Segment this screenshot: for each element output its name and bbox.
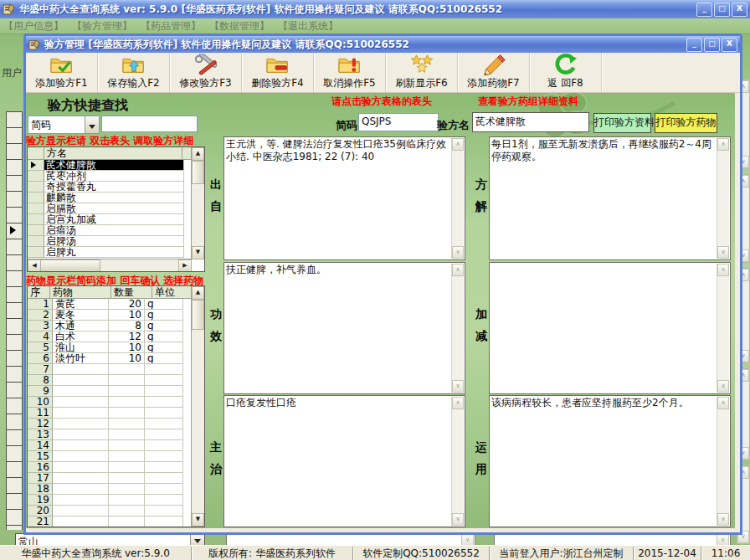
scroll-down-icon[interactable]: ∨ <box>452 513 464 526</box>
print-recipe-info-button[interactable]: 打印验方资料 <box>593 113 651 133</box>
cell-drug-name[interactable] <box>53 429 109 440</box>
cell-drug-name[interactable] <box>53 408 109 419</box>
delete-recipe-button[interactable]: 删除验方F4 <box>242 53 313 92</box>
cell-drug-name[interactable]: 黄芪 <box>53 299 109 310</box>
cell-unit[interactable] <box>145 506 183 516</box>
cell-unit[interactable]: g <box>145 331 183 342</box>
cell-unit[interactable] <box>145 375 183 386</box>
table-row[interactable]: 9 <box>28 386 204 397</box>
row-selector[interactable] <box>28 160 44 171</box>
cell-no[interactable]: 21 <box>28 516 53 527</box>
panel-gongxiao[interactable]: 扶正健脾，补气养血。 ∧ ∨ <box>223 262 465 394</box>
menu-item-3[interactable]: 【数据管理】 <box>206 19 273 33</box>
search-input[interactable] <box>101 116 198 132</box>
panel-jiajian[interactable]: ∧ ∨ <box>489 262 731 394</box>
search-type-combobox[interactable]: 简码 <box>28 116 100 134</box>
panel-chuzi[interactable]: 王元洪，等. 健脾法治疗复发性口疮35例临床疗效小结. 中医杂志1981; 22… <box>223 136 465 260</box>
list-item[interactable]: 麒麟散 <box>28 193 204 203</box>
cell-drug-name[interactable] <box>53 506 109 516</box>
recipe-name[interactable]: 芪术健脾散 <box>44 160 184 171</box>
cell-unit[interactable] <box>145 516 183 527</box>
table-row[interactable]: 12 <box>28 419 204 429</box>
row-selector[interactable] <box>28 182 44 193</box>
scroll-up-icon[interactable]: ∧ <box>452 138 464 151</box>
print-recipe-drugs-button[interactable]: 打印验方药物 <box>655 113 717 133</box>
list-item[interactable]: 启宫丸加减 <box>28 214 204 225</box>
close-button[interactable]: X <box>722 38 737 52</box>
textarea-scrollbar[interactable]: ∧ ∨ <box>717 138 729 259</box>
drug-table-vscrollbar[interactable]: ▲ ▼ <box>191 286 204 527</box>
cell-qty[interactable] <box>109 408 145 419</box>
cell-qty[interactable]: 20 <box>109 299 145 310</box>
minimize-button[interactable]: _ <box>686 38 702 52</box>
cell-drug-name[interactable] <box>53 473 109 484</box>
recipe-name[interactable]: 启脾汤 <box>44 236 184 247</box>
add-drug-button[interactable]: 添加药物F7 <box>458 53 529 92</box>
list-item[interactable]: 芪枣冲剂 <box>28 171 204 182</box>
cell-unit[interactable]: g <box>145 321 183 331</box>
scroll-down-icon[interactable]: ∨ <box>452 380 464 393</box>
cell-unit[interactable] <box>145 440 183 451</box>
scroll-down-icon[interactable]: ∨ <box>717 513 729 526</box>
menu-item-1[interactable]: 【验方管理】 <box>69 19 136 33</box>
cell-drug-name[interactable]: 木通 <box>53 321 109 331</box>
row-selector[interactable] <box>28 236 44 247</box>
row-selector[interactable] <box>28 214 44 225</box>
table-row[interactable]: 5淮山10g <box>28 342 204 353</box>
table-row[interactable]: 16 <box>28 462 204 473</box>
scroll-up-icon[interactable]: ▲ <box>192 286 204 300</box>
table-row[interactable]: 17 <box>28 473 204 484</box>
cell-qty[interactable]: 12 <box>109 331 145 342</box>
cell-drug-name[interactable]: 麦冬 <box>53 310 109 321</box>
table-row[interactable]: 11 <box>28 408 204 419</box>
modify-recipe-button[interactable]: 修改验方F3 <box>170 53 241 92</box>
cell-drug-name[interactable]: 淡竹叶 <box>53 353 109 364</box>
cancel-operation-button[interactable]: 取消操作F5 <box>314 53 385 92</box>
scroll-thumb[interactable] <box>192 161 204 184</box>
textarea-scrollbar[interactable]: ∧ ∨ <box>717 264 729 393</box>
scroll-left-icon[interactable]: ◀ <box>28 259 41 272</box>
cell-unit[interactable] <box>145 473 183 484</box>
cell-unit[interactable] <box>145 495 183 506</box>
cell-qty[interactable] <box>109 484 145 495</box>
table-row[interactable]: 13 <box>28 429 204 440</box>
panel-yunyong[interactable]: 该病病程较长，患者应坚持服药至少2个月。 ∧ ∨ <box>489 395 731 527</box>
recipe-name[interactable]: 启宫丸加减 <box>44 214 184 225</box>
cell-unit[interactable] <box>145 408 183 419</box>
table-row[interactable]: 20 <box>28 506 204 516</box>
cell-drug-name[interactable] <box>53 484 109 495</box>
cell-qty[interactable] <box>109 451 145 462</box>
scroll-up-icon[interactable]: ∧ <box>717 264 729 276</box>
row-selector[interactable] <box>28 193 44 203</box>
scroll-up-icon[interactable]: ∧ <box>452 264 464 276</box>
list-item[interactable]: 启瘖汤 <box>28 225 204 236</box>
cell-qty[interactable]: 10 <box>109 353 145 364</box>
table-row[interactable]: 7 <box>28 364 204 375</box>
scroll-down-icon[interactable]: ▼ <box>192 513 204 527</box>
scroll-up-icon[interactable]: ∧ <box>717 138 729 151</box>
textarea-scrollbar[interactable]: ∧ ∨ <box>451 138 464 259</box>
panel-fangjie[interactable]: 每日1剂，服至无新发溃疡后，再继续服药2～4周停药观察。 ∧ ∨ <box>489 136 731 260</box>
panel-zhuzhi[interactable]: 口疮复发性口疮 ∧ ∨ <box>223 395 465 527</box>
cell-unit[interactable]: g <box>145 310 183 321</box>
textarea-scrollbar[interactable]: ∧ ∨ <box>451 397 464 526</box>
table-row[interactable]: 19 <box>28 495 204 506</box>
cell-qty[interactable]: 8 <box>109 321 145 331</box>
cell-qty[interactable] <box>109 462 145 473</box>
cell-unit[interactable]: g <box>145 342 183 353</box>
recipe-name[interactable]: 启脾丸 <box>44 247 184 258</box>
scroll-down-icon[interactable]: ∨ <box>717 246 729 259</box>
recipe-name[interactable]: 启瘖汤 <box>44 225 184 236</box>
row-selector[interactable] <box>28 247 44 258</box>
cell-qty[interactable] <box>109 495 145 506</box>
table-row[interactable]: 21 <box>28 516 204 527</box>
cell-drug-name[interactable] <box>53 451 109 462</box>
table-row[interactable]: 15 <box>28 451 204 462</box>
cell-qty[interactable] <box>109 386 145 397</box>
cell-qty[interactable] <box>109 375 145 386</box>
list-item[interactable]: 芪术健脾散 <box>28 160 204 171</box>
cell-qty[interactable] <box>109 516 145 527</box>
recipe-name[interactable]: 启膈散 <box>44 203 184 214</box>
menu-item-4[interactable]: 【退出系统】 <box>275 19 342 33</box>
drug-col-qty[interactable]: 数量 <box>111 286 152 298</box>
